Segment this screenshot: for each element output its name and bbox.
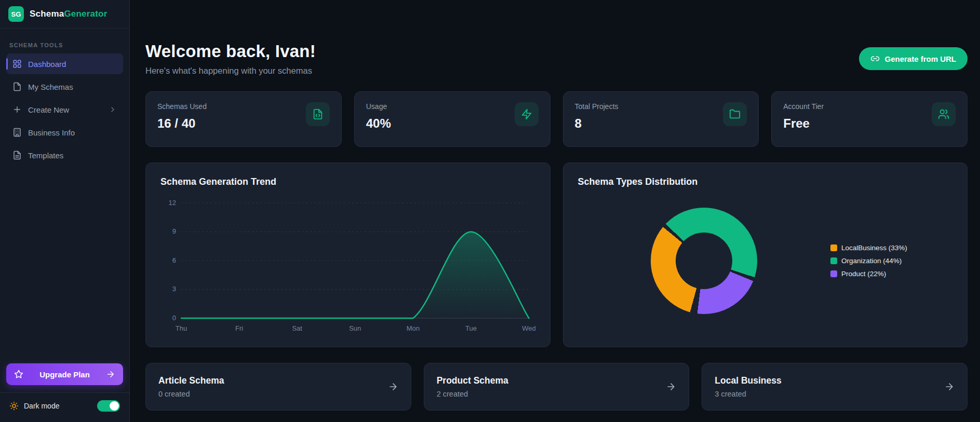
page-subtitle: Here's what's happening with your schema… — [145, 66, 316, 76]
sidebar-item-label: Dashboard — [28, 60, 66, 69]
stat-text: Schemas Used 16 / 40 — [157, 102, 207, 136]
quick-action-count: 2 created — [437, 390, 508, 398]
page-title: Welcome back, Ivan! — [145, 42, 316, 61]
distribution-chart-title: Schema Types Distribution — [578, 176, 953, 187]
svg-text:Sat: Sat — [292, 324, 302, 332]
line-chart: 036912ThuFriSatSunMonTueWed — [160, 196, 535, 339]
stat-value: 8 — [575, 116, 619, 131]
quick-action-article-schema[interactable]: Article Schema 0 created — [145, 363, 411, 411]
stat-text: Total Projects 8 — [575, 102, 619, 136]
svg-text:12: 12 — [169, 199, 176, 207]
brand-part2: Generator — [64, 9, 107, 19]
dark-mode-toggle[interactable] — [97, 400, 120, 412]
dark-mode-label: Dark mode — [24, 402, 59, 410]
legend-item-localbusiness: LocalBusiness (33%) — [830, 244, 952, 252]
donut-area: LocalBusiness (33%)Organization (44%)Pro… — [578, 187, 953, 334]
sidebar-item-label: Create New — [28, 105, 69, 114]
legend-item-organization: Organization (44%) — [830, 257, 952, 265]
legend-item-product: Product (22%) — [830, 270, 952, 278]
svg-text:Thu: Thu — [176, 324, 187, 332]
svg-text:Wed: Wed — [522, 324, 535, 332]
sidebar-item-label: Business Info — [28, 128, 75, 137]
stat-value: Free — [783, 116, 824, 131]
sidebar-item-label: Templates — [28, 151, 63, 160]
generate-from-url-label: Generate from URL — [884, 55, 956, 63]
legend-swatch — [830, 270, 837, 277]
quick-action-local-business[interactable]: Local Business 3 created — [702, 363, 968, 411]
stat-card-account-tier: Account Tier Free — [771, 91, 968, 147]
svg-text:Mon: Mon — [407, 324, 420, 332]
arrow-right-icon — [106, 370, 115, 379]
quick-action-title: Article Schema — [158, 375, 224, 386]
stat-label: Schemas Used — [157, 102, 207, 111]
brand-title: SchemaGenerator — [30, 9, 107, 19]
sidebar-item-business-info[interactable]: Business Info — [6, 122, 123, 143]
svg-text:Fri: Fri — [235, 324, 243, 332]
stat-text: Account Tier Free — [783, 102, 824, 136]
stat-label: Total Projects — [575, 102, 619, 111]
plus-icon — [12, 105, 22, 114]
sidebar-bottom: Upgrade Plan Dark mode — [0, 363, 129, 422]
quick-action-text: Local Business 3 created — [715, 375, 781, 398]
quick-action-product-schema[interactable]: Product Schema 2 created — [424, 363, 690, 411]
page-header: Welcome back, Ivan! Here's what's happen… — [145, 42, 968, 76]
legend-label: Product (22%) — [841, 270, 886, 278]
stat-label: Usage — [366, 102, 391, 111]
stat-value: 16 / 40 — [157, 116, 207, 131]
stat-label: Account Tier — [783, 102, 824, 111]
sun-icon — [9, 401, 19, 411]
chevron-right-icon — [109, 105, 117, 114]
dark-mode-row: Dark mode — [0, 392, 129, 422]
trend-chart-title: Schema Generation Trend — [160, 176, 535, 187]
stat-text: Usage 40% — [366, 102, 391, 136]
legend-swatch — [830, 244, 837, 251]
stat-card-total-projects: Total Projects 8 — [563, 91, 759, 147]
star-icon — [14, 370, 23, 379]
quick-action-title: Product Schema — [437, 375, 508, 386]
upgrade-plan-button[interactable]: Upgrade Plan — [6, 363, 123, 385]
link-icon — [870, 54, 880, 63]
svg-text:Tue: Tue — [465, 324, 477, 332]
stats-row: Schemas Used 16 / 40 Usage 40% Total Pro… — [145, 91, 968, 147]
file-code-icon — [306, 102, 330, 126]
line-chart-svg: 036912ThuFriSatSunMonTueWed — [160, 196, 535, 337]
stat-value: 40% — [366, 116, 391, 131]
legend-label: LocalBusiness (33%) — [841, 244, 907, 252]
quick-actions-row: Article Schema 0 created Product Schema … — [145, 363, 968, 411]
quick-action-count: 3 created — [715, 390, 781, 398]
quick-action-count: 0 created — [158, 390, 224, 398]
toggle-knob — [110, 401, 119, 411]
donut-box — [578, 208, 831, 314]
stat-card-usage: Usage 40% — [354, 91, 551, 147]
quick-action-text: Article Schema 0 created — [158, 375, 224, 398]
sidebar-item-label: My Schemas — [28, 83, 73, 91]
upgrade-plan-label: Upgrade Plan — [39, 370, 90, 379]
file-text-icon — [12, 151, 22, 160]
legend-label: Organization (44%) — [841, 257, 902, 265]
arrow-right-icon — [388, 382, 398, 392]
charts-row: Schema Generation Trend 036912ThuFriSatS… — [145, 162, 968, 347]
sidebar-item-dashboard[interactable]: Dashboard — [6, 53, 123, 74]
generate-from-url-button[interactable]: Generate from URL — [859, 47, 968, 70]
svg-text:6: 6 — [172, 256, 176, 264]
zap-icon — [515, 102, 539, 126]
welcome-block: Welcome back, Ivan! Here's what's happen… — [145, 42, 316, 76]
app-logo: SG — [8, 6, 24, 22]
users-icon — [932, 102, 956, 126]
sidebar-nav: Dashboard My Schemas Create New Business… — [0, 53, 129, 166]
quick-action-text: Product Schema 2 created — [437, 375, 508, 398]
donut-chart — [651, 208, 757, 314]
building-icon — [12, 128, 22, 137]
arrow-right-icon — [944, 382, 955, 392]
distribution-chart-card: Schema Types Distribution LocalBusiness … — [563, 162, 968, 347]
brand-part1: Schema — [30, 9, 64, 19]
sidebar-item-create-new[interactable]: Create New — [6, 99, 123, 120]
sidebar-item-my-schemas[interactable]: My Schemas — [6, 76, 123, 97]
sidebar-item-templates[interactable]: Templates — [6, 145, 123, 166]
quick-action-title: Local Business — [715, 375, 781, 386]
trend-chart-card: Schema Generation Trend 036912ThuFriSatS… — [145, 162, 551, 347]
sidebar: SG SchemaGenerator SCHEMA TOOLS Dashboar… — [0, 0, 130, 422]
grid-icon — [12, 59, 22, 69]
folder-icon — [723, 102, 747, 126]
brand[interactable]: SG SchemaGenerator — [0, 0, 129, 29]
